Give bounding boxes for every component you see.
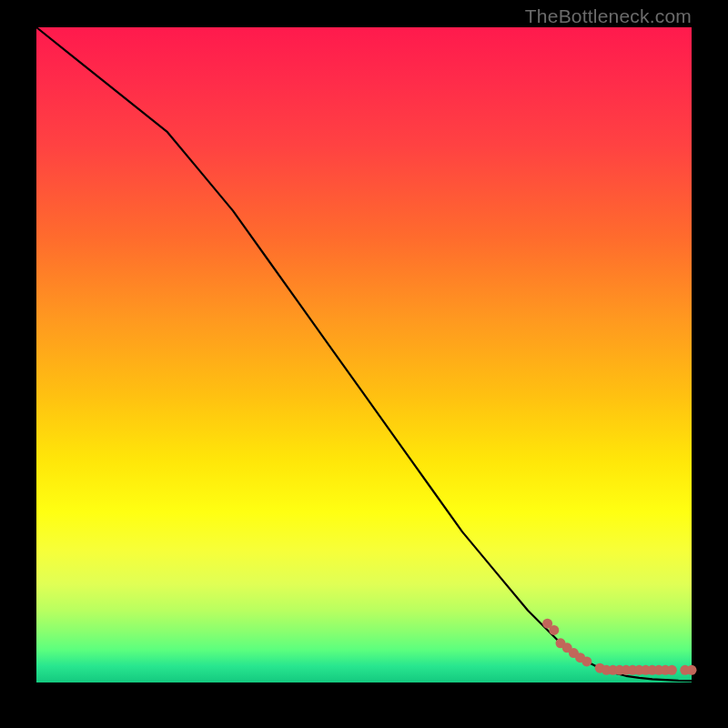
scatter-point	[549, 625, 559, 635]
scatter-point	[667, 665, 677, 675]
chart-frame: TheBottleneck.com	[0, 0, 728, 728]
watermark-text: TheBottleneck.com	[525, 5, 692, 27]
scatter-markers	[542, 619, 696, 675]
scatter-point	[581, 656, 592, 666]
curve-line	[36, 27, 692, 681]
chart-overlay	[36, 27, 692, 682]
scatter-point	[687, 665, 697, 675]
plot-area	[36, 27, 692, 682]
